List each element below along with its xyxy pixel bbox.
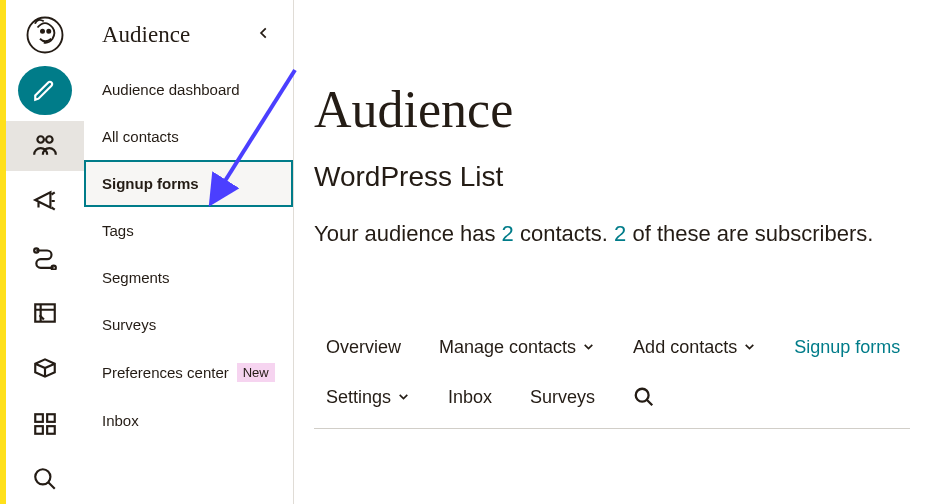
list-name: WordPress List — [314, 161, 910, 193]
tab-add-contacts[interactable]: Add contacts — [633, 337, 756, 358]
tab-surveys[interactable]: Surveys — [530, 387, 595, 408]
chevron-down-icon — [743, 337, 756, 358]
svg-point-3 — [37, 136, 44, 143]
contacts-count: 2 — [502, 221, 514, 246]
svg-rect-11 — [47, 426, 55, 434]
svg-rect-7 — [35, 304, 55, 321]
svg-rect-8 — [35, 414, 43, 422]
svg-point-4 — [46, 136, 53, 143]
svg-rect-10 — [35, 426, 43, 434]
tab-row: Overview Manage contacts Add contacts Si… — [314, 337, 910, 429]
sidebar-item-label: Surveys — [102, 316, 156, 333]
sidebar-item-label: Segments — [102, 269, 170, 286]
sidebar-item-label: Preferences center — [102, 364, 229, 381]
subscribers-count: 2 — [614, 221, 626, 246]
sidebar-title: Audience — [102, 22, 190, 48]
sidebar: Audience Audience dashboard All contacts… — [84, 0, 294, 504]
sidebar-item-label: All contacts — [102, 128, 179, 145]
sidebar-item-all-contacts[interactable]: All contacts — [84, 113, 293, 160]
tab-settings[interactable]: Settings — [326, 387, 410, 408]
sidebar-item-preferences[interactable]: Preferences center New — [84, 348, 293, 397]
create-icon[interactable] — [18, 66, 72, 116]
page-title: Audience — [314, 80, 910, 139]
sidebar-item-signup-forms[interactable]: Signup forms — [84, 160, 293, 207]
website-icon[interactable] — [18, 288, 72, 338]
svg-point-1 — [47, 29, 50, 32]
campaigns-icon[interactable] — [18, 177, 72, 227]
svg-point-2 — [41, 29, 44, 32]
audience-stats: Your audience has 2 contacts. 2 of these… — [314, 221, 910, 247]
tab-inbox[interactable]: Inbox — [448, 387, 492, 408]
audience-icon[interactable] — [6, 121, 84, 171]
search-icon[interactable] — [633, 386, 655, 408]
svg-point-12 — [35, 470, 50, 485]
svg-point-13 — [636, 389, 649, 402]
new-badge: New — [237, 363, 275, 382]
search-rail-icon[interactable] — [18, 455, 72, 505]
tab-manage-contacts[interactable]: Manage contacts — [439, 337, 595, 358]
integrations-icon[interactable] — [18, 399, 72, 449]
sidebar-item-label: Tags — [102, 222, 134, 239]
sidebar-item-label: Inbox — [102, 412, 139, 429]
main-content: Audience WordPress List Your audience ha… — [294, 0, 930, 504]
sidebar-item-inbox[interactable]: Inbox — [84, 397, 293, 444]
chevron-down-icon — [397, 387, 410, 408]
sidebar-item-label: Audience dashboard — [102, 81, 240, 98]
sidebar-item-tags[interactable]: Tags — [84, 207, 293, 254]
tab-overview[interactable]: Overview — [326, 337, 401, 358]
chevron-down-icon — [582, 337, 595, 358]
collapse-icon[interactable] — [253, 22, 275, 48]
sidebar-item-label: Signup forms — [102, 175, 199, 192]
automations-icon[interactable] — [18, 232, 72, 282]
content-icon[interactable] — [18, 343, 72, 393]
logo-icon[interactable] — [18, 10, 72, 60]
svg-point-6 — [52, 266, 56, 270]
sidebar-item-dashboard[interactable]: Audience dashboard — [84, 66, 293, 113]
tab-signup-forms[interactable]: Signup forms — [794, 337, 900, 358]
sidebar-item-surveys[interactable]: Surveys — [84, 301, 293, 348]
sidebar-item-segments[interactable]: Segments — [84, 254, 293, 301]
icon-rail — [6, 0, 84, 504]
svg-rect-9 — [47, 414, 55, 422]
